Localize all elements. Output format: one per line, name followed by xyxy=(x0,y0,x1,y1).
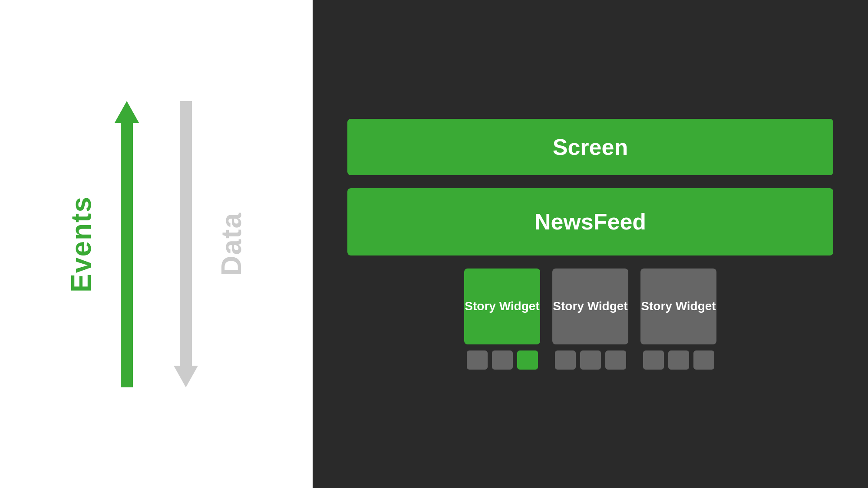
data-arrow-shaft xyxy=(180,101,192,366)
dot-3-3 xyxy=(693,350,714,370)
story-widget-2-label: Story Widget xyxy=(553,299,627,314)
screen-block: Screen xyxy=(347,119,833,175)
events-arrow-shaft xyxy=(121,123,133,387)
right-panel: Screen NewsFeed Story Widget Story Widge… xyxy=(313,0,868,488)
dot-3-2 xyxy=(668,350,689,370)
story-widget-3-label: Story Widget xyxy=(641,299,716,314)
dot-2-2 xyxy=(580,350,601,370)
story-widget-col-2: Story Widget xyxy=(552,269,628,370)
events-arrowhead xyxy=(115,101,139,123)
story-widgets-row: Story Widget Story Widget Story Widget xyxy=(464,269,716,370)
data-arrow-down xyxy=(174,101,198,387)
story-widget-col-1: Story Widget xyxy=(464,269,540,370)
newsfeed-block: NewsFeed xyxy=(347,188,833,255)
story-widget-col-3: Story Widget xyxy=(640,269,716,370)
story-widget-1-dots xyxy=(467,350,538,370)
left-panel: Events Data xyxy=(0,0,313,488)
story-widget-2: Story Widget xyxy=(552,269,628,344)
dot-3-1 xyxy=(643,350,664,370)
screen-label: Screen xyxy=(553,121,628,173)
dot-2-1 xyxy=(555,350,576,370)
dot-2-3 xyxy=(605,350,626,370)
data-label: Data xyxy=(215,212,248,276)
dot-1-2 xyxy=(492,350,513,370)
events-arrow-up xyxy=(115,101,139,387)
story-widget-2-dots xyxy=(555,350,626,370)
arrows-container: Events Data xyxy=(65,92,248,396)
story-widget-3: Story Widget xyxy=(640,269,716,344)
events-arrow-group: Events xyxy=(65,92,139,396)
story-widget-1-label: Story Widget xyxy=(465,299,539,314)
dot-1-3 xyxy=(517,350,538,370)
data-arrowhead xyxy=(174,366,198,387)
dot-1-1 xyxy=(467,350,488,370)
story-widget-1: Story Widget xyxy=(464,269,540,344)
newsfeed-label: NewsFeed xyxy=(535,196,646,248)
story-widget-3-dots xyxy=(643,350,714,370)
events-label: Events xyxy=(65,196,97,292)
data-arrow-group: Data xyxy=(174,92,248,396)
